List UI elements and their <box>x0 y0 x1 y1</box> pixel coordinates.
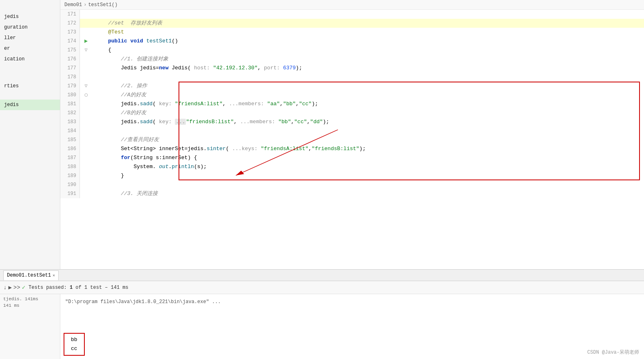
tab-demo01-testset1[interactable]: Demo01.testSet1 ✕ <box>3 270 59 280</box>
code-line-187: 187 for(String s:innerSet) { <box>60 153 644 162</box>
line-num-179: 179 <box>60 82 80 91</box>
gutter-171 <box>80 10 92 19</box>
gutter-176 <box>80 55 92 64</box>
of-label: of 1 test <box>75 285 102 290</box>
rerun-icon[interactable]: ▶ <box>8 284 11 291</box>
code-line-191: 191 //3. 关闭连接 <box>60 189 644 198</box>
line-num-177: 177 <box>60 64 80 73</box>
breadcrumb-method: testSet1() <box>88 2 117 8</box>
line-content-177: Jedis jedis=new Jedis( host: "42.192.12.… <box>92 64 644 73</box>
code-line-188: 188 System. out.println(s); <box>60 162 644 171</box>
sidebar-item-ication[interactable]: ication <box>0 54 60 64</box>
sidebar-item-rties[interactable]: rties <box>0 81 60 91</box>
bookmark-175: ▽ <box>84 46 87 55</box>
tab-bar: Demo01.testSet1 ✕ <box>0 270 644 281</box>
line-content-187: for(String s:innerSet) { <box>92 153 644 162</box>
arrow-down-icon[interactable]: ↓ <box>3 284 7 291</box>
gutter-191 <box>80 189 92 198</box>
gutter-179: ▽ <box>80 82 92 91</box>
line-content-185: //查看共同好友 <box>92 135 644 144</box>
line-content-175: { <box>92 46 644 55</box>
line-content-179: //2. 操作 <box>92 82 644 91</box>
run-controls: ↓ ▶ >> ✓ Tests passed: 1 of 1 test – 141… <box>0 281 644 294</box>
code-line-181: 181 jedis.sadd( key: "friendsA:list", ..… <box>60 100 644 109</box>
line-num-185: 185 <box>60 135 80 144</box>
line-content-180: //A的好友 <box>92 91 644 100</box>
pass-icon: ✓ <box>22 284 25 291</box>
sidebar-item-jedis[interactable]: jedis <box>0 11 60 22</box>
tab-label: Demo01.testSet1 <box>7 273 51 278</box>
line-content-181: jedis.sadd( key: "friendsA:list", ...mem… <box>92 100 644 109</box>
gutter-175: ▽ <box>80 46 92 55</box>
gutter-180: ◯ <box>80 91 92 100</box>
line-num-186: 186 <box>60 144 80 153</box>
code-line-186: 186 Set<String> innerSet=jedis.sinter( .… <box>60 144 644 153</box>
line-num-176: 176 <box>60 55 80 64</box>
run-entry-duration: 141 ms <box>3 303 20 308</box>
line-content-172: //set 存放好友列表 <box>92 19 644 28</box>
line-num-174: 174 <box>60 37 80 46</box>
main-container: jedis guration ller er ication rties jed… <box>0 0 644 359</box>
output-cc: cc <box>71 346 77 352</box>
sidebar-label: jedis <box>4 14 19 20</box>
line-num-191: 191 <box>60 189 80 198</box>
sidebar-label: guration <box>4 24 28 30</box>
code-line-182: 182 //B的好友 <box>60 109 644 117</box>
run-entry-2: 141 ms <box>2 302 58 309</box>
line-content-190 <box>92 180 644 189</box>
sidebar: jedis guration ller er ication rties jed… <box>0 0 60 269</box>
output-content: "D:\program files\Java\jdk1.8.0_221\bin\… <box>60 294 644 359</box>
line-num-180: 180 <box>60 91 80 100</box>
sidebar-item-ller[interactable]: ller <box>0 33 60 43</box>
line-content-184 <box>92 126 644 135</box>
sidebar-label: ication <box>4 56 24 62</box>
line-content-189: } <box>92 171 644 180</box>
bookmark-179: ▽ <box>84 82 87 91</box>
code-line-180: 180 ◯ //A的好友 <box>60 91 644 100</box>
line-content-191: //3. 关闭连接 <box>92 189 644 198</box>
gutter-183 <box>80 117 92 126</box>
line-num-188: 188 <box>60 162 80 171</box>
gutter-177 <box>80 64 92 73</box>
line-num-178: 178 <box>60 73 80 82</box>
gutter-185 <box>80 135 92 144</box>
code-editor[interactable]: 171 172 //set 存放好友列表 173 @Test <box>60 10 644 198</box>
gutter-178 <box>80 73 92 82</box>
code-line-173: 173 @Test <box>60 28 644 37</box>
sidebar-item-guration[interactable]: guration <box>0 22 60 33</box>
gutter-181 <box>80 100 92 109</box>
line-num-175: 175 <box>60 46 80 55</box>
code-line-171: 171 <box>60 10 644 19</box>
test-status: Tests passed: 1 of 1 test – 141 ms <box>29 285 128 290</box>
line-num-181: 181 <box>60 100 80 109</box>
run-icon-174[interactable]: ► <box>84 37 88 46</box>
result-item-cc: cc <box>71 344 77 353</box>
result-output-box: bb cc <box>64 333 85 356</box>
line-content-173: @Test <box>92 28 644 37</box>
separator: >> <box>13 284 20 291</box>
passed-label: Tests passed: <box>29 285 67 290</box>
console-cmd-text: "D:\program files\Java\jdk1.8.0_221\bin\… <box>65 299 221 305</box>
code-line-174: 174 ► public void testSet1() <box>60 37 644 46</box>
gutter-187 <box>80 153 92 162</box>
output-left-panel: tjedis. 141ms 141 ms <box>0 294 60 359</box>
gutter-173 <box>80 28 92 37</box>
result-item-bb: bb <box>71 335 77 344</box>
line-num-172: 172 <box>60 19 80 28</box>
tab-close-button[interactable]: ✕ <box>53 273 55 278</box>
gutter-188 <box>80 162 92 171</box>
passed-count: 1 <box>70 285 73 290</box>
code-line-179: 179 ▽ //2. 操作 <box>60 82 644 91</box>
line-content-171 <box>92 10 644 19</box>
code-line-190: 190 <box>60 180 644 189</box>
sidebar-item-er[interactable]: er <box>0 43 60 54</box>
sidebar-item-jedis-bottom[interactable]: jedis <box>0 100 60 110</box>
line-num-183: 183 <box>60 117 80 126</box>
run-entry-label: tjedis. 141ms <box>3 297 38 301</box>
bookmark-180: ◯ <box>84 91 87 100</box>
code-line-178: 178 <box>60 73 644 82</box>
sidebar-label: er <box>4 46 10 51</box>
line-content-183: jedis.sadd( key: ..."friendsB:list", ...… <box>92 117 644 126</box>
gutter-190 <box>80 180 92 189</box>
code-line-183: 183 jedis.sadd( key: ..."friendsB:list",… <box>60 117 644 126</box>
